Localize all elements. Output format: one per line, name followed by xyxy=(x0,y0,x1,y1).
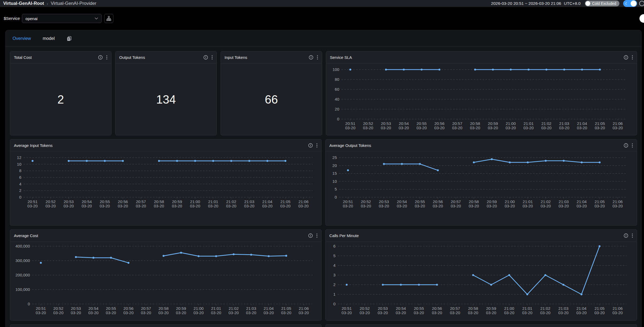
svg-text:20:5803-20: 20:5803-20 xyxy=(154,199,164,208)
info-icon[interactable] xyxy=(98,55,103,60)
panel-next-right xyxy=(325,324,637,327)
svg-text:25: 25 xyxy=(332,155,337,160)
kebab-menu-icon[interactable] xyxy=(316,233,318,238)
chart-average-output-tokens[interactable]: 252015105020:5103-2020:5203-2020:5303-20… xyxy=(326,152,637,225)
svg-text:100,000: 100,000 xyxy=(16,287,30,292)
svg-text:21:0303-20: 21:0303-20 xyxy=(559,121,569,130)
info-icon[interactable] xyxy=(309,55,313,60)
svg-text:20:5503-20: 20:5503-20 xyxy=(417,121,427,130)
svg-text:21:0203-20: 21:0203-20 xyxy=(540,306,550,315)
svg-text:21:0603-20: 21:0603-20 xyxy=(612,306,623,315)
svg-text:21:0603-20: 21:0603-20 xyxy=(612,121,623,130)
svg-text:21:0603-20: 21:0603-20 xyxy=(298,199,308,208)
info-icon[interactable] xyxy=(624,233,628,238)
kebab-menu-icon[interactable] xyxy=(316,143,318,148)
panel-header: Output Tokens xyxy=(115,51,217,64)
svg-text:20:5603-20: 20:5603-20 xyxy=(433,199,443,208)
timezone-label[interactable]: UTC+8.0 xyxy=(564,1,580,6)
dark-mode-toggle[interactable]: ☾ xyxy=(623,0,637,7)
svg-text:21:0503-20: 21:0503-20 xyxy=(594,306,604,315)
kebab-menu-icon[interactable] xyxy=(632,143,633,148)
panel-average-input-tokens: Average Input Tokens 12108642020:5103-20… xyxy=(10,139,322,226)
svg-text:20:5303-20: 20:5303-20 xyxy=(381,121,391,130)
breadcrumb-current: Virtual-GenAI-Provider xyxy=(51,1,97,6)
svg-text:21:0203-20: 21:0203-20 xyxy=(541,121,552,130)
panel-title: Total Cost xyxy=(14,55,32,60)
cold-excluded-toggle[interactable]: Cold Excluded xyxy=(585,1,619,6)
svg-text:21:0503-20: 21:0503-20 xyxy=(281,306,291,315)
svg-text:6: 6 xyxy=(333,244,336,248)
svg-text:400,000: 400,000 xyxy=(16,244,30,248)
svg-text:2: 2 xyxy=(19,188,21,193)
chart-average-cost[interactable]: 400,000300,000200,000100,000020:5103-202… xyxy=(10,242,321,320)
service-select[interactable]: openai xyxy=(22,14,102,23)
svg-text:100: 100 xyxy=(333,67,339,72)
breadcrumb: Virtual-GenAI-Root › Virtual-GenAI-Provi… xyxy=(3,1,96,6)
panel-tools xyxy=(98,55,107,60)
svg-text:20:5203-20: 20:5203-20 xyxy=(45,199,56,208)
kebab-menu-icon[interactable] xyxy=(317,55,318,60)
time-range-picker[interactable]: 2026-03-20 20:51 ~ 2026-03-20 21:06 xyxy=(491,1,561,6)
panel-header: Average Cost xyxy=(10,230,321,242)
info-icon[interactable] xyxy=(308,143,313,148)
copy-dashboard-button[interactable] xyxy=(67,36,72,41)
floating-assistant-button[interactable] xyxy=(639,14,644,23)
svg-text:20:5403-20: 20:5403-20 xyxy=(396,306,406,315)
svg-text:21:0503-20: 21:0503-20 xyxy=(595,121,605,130)
tab-overview[interactable]: Overview xyxy=(13,36,31,41)
chart-service-sla[interactable]: 10080604020020:5103-2020:5203-2020:5303-… xyxy=(326,64,637,135)
svg-text:21:0103-20: 21:0103-20 xyxy=(211,306,221,315)
tab-model[interactable]: model xyxy=(43,36,55,41)
kebab-menu-icon[interactable] xyxy=(211,55,213,60)
info-icon[interactable] xyxy=(203,55,208,60)
svg-text:20:5903-20: 20:5903-20 xyxy=(488,121,498,130)
kebab-menu-icon[interactable] xyxy=(632,55,633,60)
kebab-menu-icon[interactable] xyxy=(106,55,107,60)
chevron-right-icon: › xyxy=(47,1,48,6)
panel-title: Output Tokens xyxy=(119,55,145,60)
toggle-knob xyxy=(585,1,590,6)
kebab-menu-icon[interactable] xyxy=(632,233,633,238)
help-icon[interactable] xyxy=(639,1,644,6)
stat-body: 134 xyxy=(115,64,217,135)
svg-text:20:5203-20: 20:5203-20 xyxy=(360,306,370,315)
svg-text:21:0303-20: 21:0303-20 xyxy=(558,306,568,315)
topology-button[interactable] xyxy=(104,14,113,23)
panel-tools xyxy=(309,55,318,60)
panel-input-tokens: Input Tokens 66 xyxy=(221,51,322,135)
svg-text:21:0003-20: 21:0003-20 xyxy=(506,121,516,130)
info-icon[interactable] xyxy=(308,233,313,238)
info-icon[interactable] xyxy=(624,143,628,148)
svg-text:12: 12 xyxy=(17,155,21,160)
chart-calls-per-minute[interactable]: 654321020:5103-2020:5203-2020:5303-2020:… xyxy=(326,242,637,320)
cold-excluded-label: Cold Excluded xyxy=(592,1,616,6)
svg-text:20: 20 xyxy=(332,163,337,168)
stat-body: 2 xyxy=(10,64,111,135)
svg-text:20:5603-20: 20:5603-20 xyxy=(118,199,128,208)
info-icon[interactable] xyxy=(624,55,628,60)
svg-text:21:0003-20: 21:0003-20 xyxy=(505,199,515,208)
topbar-right: 2026-03-20 20:51 ~ 2026-03-20 21:06 UTC+… xyxy=(491,0,641,7)
stat-value: 66 xyxy=(265,93,278,106)
panel-title: Average Input Tokens xyxy=(14,143,53,148)
svg-text:21:0403-20: 21:0403-20 xyxy=(262,199,272,208)
svg-text:21:0203-20: 21:0203-20 xyxy=(541,199,551,208)
panel-header: Total Cost xyxy=(10,51,111,64)
chevron-down-icon xyxy=(95,17,98,20)
stat-body: 66 xyxy=(221,64,322,135)
svg-text:20:5803-20: 20:5803-20 xyxy=(470,121,480,130)
sitemap-icon xyxy=(106,16,111,21)
svg-text:21:0203-20: 21:0203-20 xyxy=(226,199,236,208)
svg-text:21:0103-20: 21:0103-20 xyxy=(208,199,218,208)
svg-text:4: 4 xyxy=(19,182,21,186)
svg-text:20:5303-20: 20:5303-20 xyxy=(378,306,388,315)
svg-text:20:5303-20: 20:5303-20 xyxy=(64,199,74,208)
svg-text:20:5503-20: 20:5503-20 xyxy=(415,199,425,208)
svg-text:20:5703-20: 20:5703-20 xyxy=(451,199,461,208)
svg-text:20:5703-20: 20:5703-20 xyxy=(452,121,462,130)
panel-title: Service SLA xyxy=(330,55,352,60)
breadcrumb-root[interactable]: Virtual-GenAI-Root xyxy=(3,1,44,6)
svg-text:21:0403-20: 21:0403-20 xyxy=(264,306,274,315)
chart-average-input-tokens[interactable]: 12108642020:5103-2020:5203-2020:5303-202… xyxy=(10,152,321,225)
svg-text:0: 0 xyxy=(28,302,30,306)
